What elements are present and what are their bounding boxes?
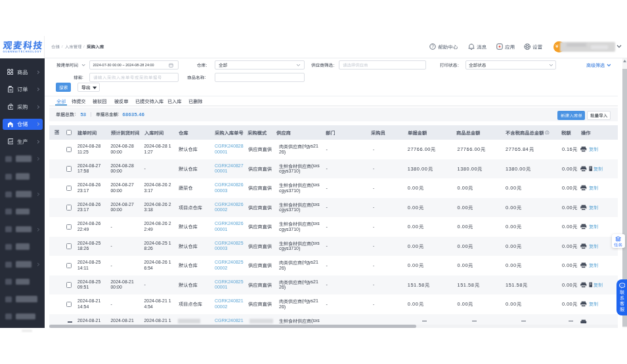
svg-text:?: ? <box>431 44 434 49</box>
